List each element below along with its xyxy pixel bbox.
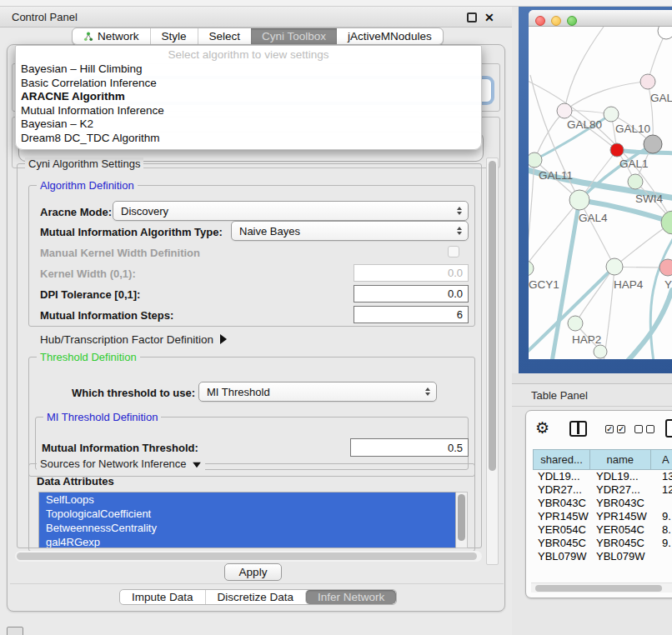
network-node[interactable] [659, 259, 672, 276]
scrollbar-thumb[interactable] [535, 585, 662, 592]
deselect-all-checkbox-icon[interactable] [634, 425, 643, 433]
bottom-tab-infer-network[interactable]: Infer Network [305, 590, 396, 604]
which-threshold-label: Which threshold to use: [72, 387, 195, 399]
mac-minimize-icon[interactable] [551, 16, 561, 26]
network-node[interactable] [557, 103, 572, 118]
network-node[interactable] [628, 174, 643, 189]
data-attribute-item[interactable]: gal4RGexp [39, 535, 455, 548]
node-table[interactable]: shared...nameA YDL19...YDL19...13YDR27..… [533, 449, 672, 563]
dpi-tolerance-field[interactable]: 0.0 [354, 285, 469, 302]
data-attribute-item[interactable]: SelfLoops [39, 492, 455, 507]
table-row[interactable]: YPR145WYPR145W9. [533, 510, 672, 523]
mi-threshold-field[interactable]: 0.5 [350, 438, 469, 457]
table-toolbar: ⚙ ✓ ✓ [526, 411, 672, 448]
tab-network[interactable]: Network [73, 28, 150, 44]
document-icon[interactable] [665, 419, 672, 438]
kernel-width-label: Kernel Width (0,1): [40, 268, 136, 280]
cyni-algorithm-settings-title: Cyni Algorithm Settings [25, 158, 143, 170]
scrollbar-thumb[interactable] [17, 552, 477, 560]
scrollbar-thumb[interactable] [489, 161, 496, 471]
mac-close-icon[interactable] [535, 16, 545, 26]
column-header[interactable]: name [589, 449, 650, 470]
node-label: GAL11 [539, 169, 573, 182]
algorithm-option[interactable]: Bayesian – Hill Climbing [16, 62, 481, 77]
table-row[interactable]: YER054CYER054C8. [533, 523, 672, 537]
gear-icon[interactable]: ⚙ [535, 418, 549, 438]
network-node[interactable] [644, 135, 662, 153]
column-header[interactable]: shared... [533, 449, 589, 470]
mi-algorithm-type-combo[interactable]: Naive Bayes [231, 221, 469, 241]
network-node[interactable] [529, 261, 534, 276]
split-columns-icon[interactable] [569, 421, 587, 437]
network-node[interactable] [569, 190, 589, 210]
table-cell: YBR043C [594, 497, 659, 510]
float-window-icon[interactable] [467, 12, 477, 22]
close-icon[interactable]: ✕ [484, 10, 494, 25]
sources-title[interactable]: Sources for Network Inference [37, 458, 205, 470]
table-body[interactable]: YDL19...YDL19...13YDR27...YDR27...12YBR0… [533, 470, 672, 563]
select-all-checkbox-icon[interactable]: ✓ [605, 425, 614, 433]
node-label: GAL1 [619, 158, 649, 170]
network-node[interactable] [610, 143, 624, 157]
table-cell [659, 497, 672, 510]
bottom-tab-impute-data[interactable]: Impute Data [120, 590, 205, 604]
table-panel-title: Table Panel [531, 389, 588, 402]
bottom-tab-discretize-data[interactable]: Discretize Data [205, 590, 306, 604]
panel-grip-icon[interactable] [7, 627, 23, 635]
network-node[interactable] [529, 152, 542, 168]
network-canvas[interactable]: GALGAL80GAL10GAL1GAL11SWI4GAL4GCY1HAP4YH… [529, 27, 672, 359]
column-header[interactable]: A [650, 449, 672, 470]
mi-steps-field[interactable]: 6 [354, 306, 469, 323]
attribute-list-scrollbar[interactable] [456, 492, 468, 548]
deselect-all-checkbox-icon[interactable] [646, 425, 654, 433]
settings-horizontal-scrollbar[interactable] [15, 551, 482, 562]
algorithm-definition-title: Algorithm Definition [37, 179, 138, 192]
which-threshold-combo[interactable]: MI Threshold [198, 382, 437, 402]
kernel-width-field[interactable]: 0.0 [354, 264, 469, 282]
table-row[interactable]: YDR27...YDR27...12 [533, 483, 672, 497]
panel-gap [512, 373, 672, 383]
apply-button[interactable]: Apply [224, 563, 282, 581]
tab-jactivemnodules[interactable]: jActiveMNodules [337, 28, 443, 44]
data-attribute-item[interactable]: BetweennessCentrality [39, 521, 455, 535]
network-node[interactable] [661, 211, 672, 234]
table-row[interactable]: YBL079WYBL079W [533, 550, 672, 563]
tab-select[interactable]: Select [198, 28, 252, 44]
manual-kernel-width-checkbox[interactable] [448, 246, 459, 258]
table-cell: YBL079W [533, 550, 594, 563]
select-all-checkbox-icon[interactable]: ✓ [617, 425, 625, 433]
scrollbar-thumb[interactable] [458, 494, 465, 541]
network-graph[interactable]: GALGAL80GAL10GAL1GAL11SWI4GAL4GCY1HAP4YH… [529, 27, 672, 359]
network-window-titlebar[interactable] [529, 10, 672, 27]
network-node[interactable] [568, 316, 583, 331]
tab-style[interactable]: Style [150, 28, 198, 44]
tab-cyni-toolbox[interactable]: Cyni Toolbox [251, 28, 337, 44]
aracne-mode-label: Aracne Mode: [40, 206, 112, 218]
network-node[interactable] [604, 107, 619, 122]
algorithm-dropdown-popup: Select algorithm to view settings Bayesi… [15, 45, 482, 150]
data-attributes-list[interactable]: SelfLoopsTopologicalCoefficientBetweenne… [38, 492, 456, 548]
settings-vertical-scrollbar[interactable] [486, 158, 499, 565]
algorithm-option[interactable]: Mutual Information Inference [16, 104, 481, 118]
algorithm-option[interactable]: ARACNE Algorithm [16, 90, 481, 104]
aracne-mode-combo[interactable]: Discovery [113, 201, 469, 221]
algorithm-option[interactable]: Dream8 DC_TDC Algorithm [16, 132, 481, 146]
data-attribute-item[interactable]: TopologicalCoefficient [39, 507, 455, 521]
table-horizontal-scrollbar[interactable] [531, 582, 672, 592]
network-node[interactable] [658, 27, 672, 39]
algorithm-option[interactable]: Bayesian – K2 [16, 118, 481, 132]
table-row[interactable]: YDL19...YDL19...13 [533, 470, 672, 483]
table-cell: YDL19... [594, 470, 659, 483]
tab-label: Select [209, 30, 241, 42]
table-row[interactable]: YBR043CYBR043C [533, 497, 672, 510]
network-node[interactable] [606, 258, 623, 275]
network-node[interactable] [640, 74, 655, 89]
table-header-row[interactable]: shared...nameA [533, 449, 672, 470]
manual-kernel-width-label: Manual Kernel Width Definition [40, 247, 200, 259]
network-node[interactable] [594, 345, 607, 358]
tab-label: Cyni Toolbox [262, 30, 326, 42]
mac-zoom-icon[interactable] [567, 16, 577, 26]
hub-definition-toggle[interactable]: Hub/Transcription Factor Definition [40, 333, 227, 346]
algorithm-option[interactable]: Basic Correlation Inference [16, 77, 481, 91]
table-row[interactable]: YBR045CYBR045C9. [533, 537, 672, 550]
